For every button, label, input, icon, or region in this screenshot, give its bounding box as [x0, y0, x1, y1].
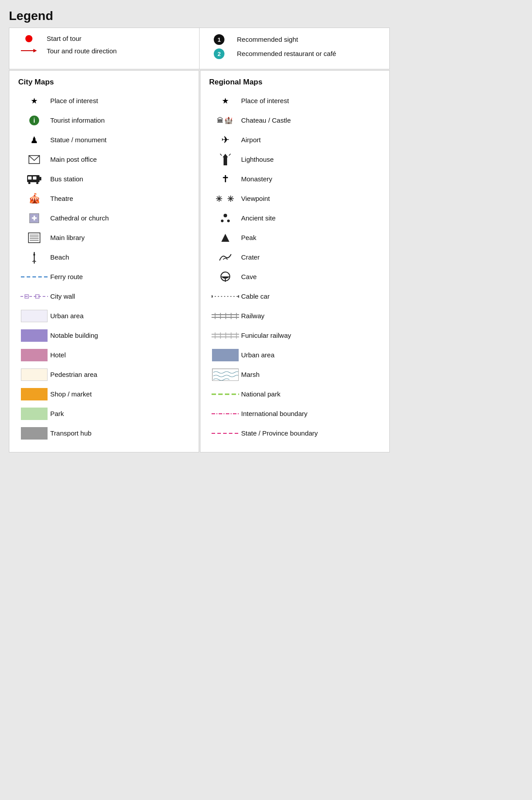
- rec-sight-icon-cell: 1: [208, 34, 230, 45]
- notable-building-label: Notable building: [50, 331, 98, 340]
- peak-row: Peak: [209, 228, 381, 248]
- envelope-icon: [28, 155, 40, 164]
- rec-restaurant-icon-cell: 2: [208, 48, 230, 59]
- svg-point-38: [212, 295, 213, 298]
- funicular-label: Funicular railway: [241, 331, 292, 340]
- cave-icon-cell: [209, 271, 241, 283]
- shop-market-label: Shop / market: [50, 390, 92, 399]
- park-row: Park: [18, 404, 190, 424]
- theatre-label: Theatre: [50, 194, 73, 203]
- svg-rect-8: [40, 177, 41, 180]
- beach-flag-icon: [30, 251, 39, 264]
- beach-icon-cell: [18, 251, 50, 264]
- state-boundary-icon-cell: [209, 431, 241, 436]
- railway-row: Railway: [209, 306, 381, 326]
- national-park-icon: [212, 392, 239, 396]
- city-place-of-interest-icon: ★: [18, 96, 50, 106]
- peak-icon-cell: [209, 233, 241, 243]
- viewpoint-icon: [215, 194, 236, 204]
- pedestrian-area-swatch: [21, 368, 48, 381]
- national-park-row: National park: [209, 384, 381, 404]
- bus-station-label: Bus station: [50, 175, 83, 184]
- crater-icon: [219, 252, 232, 262]
- svg-point-39: [238, 295, 239, 298]
- ferry-route-row: Ferry route: [18, 267, 190, 287]
- church-cross-icon: ✚: [29, 213, 39, 223]
- city-place-of-interest-label: Place of interest: [50, 96, 98, 105]
- airport-icon-cell: ✈: [209, 134, 241, 146]
- state-boundary-row: State / Province boundary: [209, 424, 381, 443]
- pedestrian-area-icon-cell: [18, 368, 50, 381]
- arrow-red-icon: [20, 48, 38, 54]
- viewpoint-row: Viewpoint: [209, 189, 381, 208]
- monastery-row: ✝ Monastery: [209, 169, 381, 189]
- city-wall-icon: [20, 293, 48, 300]
- transport-hub-label: Transport hub: [50, 429, 92, 438]
- marsh-icon-cell: [209, 368, 241, 381]
- city-maps-panel: City Maps ★ Place of interest i Tourist …: [9, 70, 199, 452]
- svg-point-31: [224, 214, 227, 217]
- regional-place-of-interest-label: Place of interest: [241, 96, 289, 105]
- ancient-site-icon: [220, 213, 231, 224]
- ferry-route-label: Ferry route: [50, 272, 83, 281]
- state-boundary-icon: [212, 431, 239, 436]
- airport-row: ✈ Airport: [209, 130, 381, 150]
- svg-rect-5: [33, 176, 36, 180]
- monastery-icon-cell: ✝: [209, 173, 241, 185]
- cave-label: Cave: [241, 272, 257, 281]
- city-wall-label: City wall: [50, 292, 75, 301]
- ferry-route-icon-cell: [18, 275, 50, 279]
- intl-boundary-label: International boundary: [241, 409, 308, 418]
- ferry-dashed-icon: [21, 275, 48, 279]
- chateau-icon: 🏛🏰: [217, 116, 234, 124]
- lighthouse-icon: [220, 153, 231, 166]
- svg-line-22: [229, 154, 231, 156]
- cathedral-label: Cathedral or church: [50, 214, 109, 223]
- cross-icon: ✝: [221, 173, 229, 185]
- marsh-row: Marsh: [209, 365, 381, 384]
- chateau-label: Chateau / Castle: [241, 116, 291, 125]
- beach-row: Beach: [18, 248, 190, 267]
- info-green-icon: i: [29, 116, 39, 125]
- main-section: City Maps ★ Place of interest i Tourist …: [9, 70, 390, 452]
- hotel-icon-cell: [18, 349, 50, 361]
- top-section: Start of tour Tour and route direction 1: [9, 28, 390, 69]
- beach-label: Beach: [50, 253, 69, 262]
- post-office-icon-cell: [18, 155, 50, 164]
- city-maps-title: City Maps: [18, 78, 190, 87]
- svg-rect-9: [28, 233, 40, 243]
- svg-point-7: [36, 182, 39, 184]
- ancient-site-label: Ancient site: [241, 214, 276, 223]
- theatre-icon-cell: 🎪: [18, 193, 50, 204]
- num1-black-icon: 1: [214, 34, 224, 45]
- funicular-icon: [212, 332, 239, 339]
- bus-station-row: Bus station: [18, 169, 190, 189]
- state-boundary-label: State / Province boundary: [241, 429, 318, 438]
- rec-sight-row: 1 Recommended sight: [208, 34, 380, 45]
- star-icon: ★: [31, 96, 38, 106]
- city-wall-icon-cell: [18, 293, 50, 300]
- crater-label: Crater: [241, 253, 260, 262]
- legend-title: Legend: [9, 9, 390, 23]
- tourist-info-icon-cell: i: [18, 116, 50, 125]
- num2-green-icon: 2: [214, 48, 224, 59]
- notable-building-icon-cell: [18, 329, 50, 342]
- park-icon-cell: [18, 408, 50, 420]
- regional-star-icon: ★: [222, 96, 229, 106]
- theatre-row: 🎪 Theatre: [18, 189, 190, 208]
- tourist-info-label: Tourist information: [50, 116, 105, 125]
- city-wall-row: City wall: [18, 287, 190, 306]
- library-row: Main library: [18, 228, 190, 248]
- start-of-tour-label: Start of tour: [47, 34, 81, 43]
- cathedral-row: ✚ Cathedral or church: [18, 208, 190, 228]
- marsh-label: Marsh: [241, 370, 260, 379]
- cathedral-icon-cell: ✚: [18, 213, 50, 223]
- cave-icon: [219, 271, 232, 283]
- notable-building-swatch: [21, 329, 48, 342]
- crater-icon-cell: [209, 252, 241, 262]
- hotel-label: Hotel: [50, 351, 66, 360]
- shop-market-icon-cell: [18, 388, 50, 400]
- shop-market-row: Shop / market: [18, 384, 190, 404]
- statue-label: Statue / monument: [50, 136, 107, 144]
- intl-boundary-icon: [212, 411, 239, 416]
